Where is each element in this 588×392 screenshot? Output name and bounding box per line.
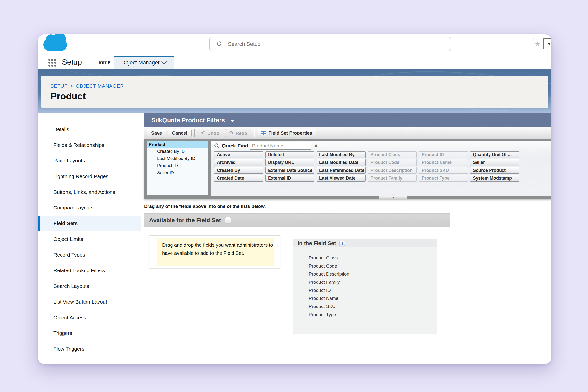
available-field-set-section: Available for the Field Set i Drag and d… bbox=[144, 214, 450, 343]
quick-find-bar: Quick Find ✖ bbox=[212, 141, 551, 150]
available-section-title: Available for the Field Set bbox=[149, 217, 221, 224]
available-section-header: Available for the Field Set i bbox=[144, 214, 450, 227]
field-chip[interactable]: Product SKU bbox=[419, 167, 468, 174]
field-set-name: SilkQuote Product Filters bbox=[152, 116, 225, 124]
breadcrumb: SETUP>OBJECT MANAGER bbox=[50, 83, 124, 89]
field-chip[interactable]: Quantity Unit Of ... bbox=[470, 152, 519, 158]
tree-children: Created By IDLast Modified By IDProduct … bbox=[147, 148, 208, 176]
tab-object-manager[interactable]: Object Manager bbox=[114, 56, 174, 69]
info-icon[interactable]: i bbox=[225, 217, 231, 223]
editor-toolbar: Save Cancel ↶Undo ↷Redo Field Set Proper… bbox=[144, 127, 551, 139]
in-field-set-item[interactable]: Product Description bbox=[309, 270, 437, 278]
sidebar-item[interactable]: Object Limits bbox=[38, 231, 141, 247]
field-chip[interactable]: Last Modified By bbox=[316, 152, 366, 158]
in-field-set-panel: In the Field Set i Product ClassProduct … bbox=[292, 239, 437, 334]
quick-find-input[interactable] bbox=[250, 142, 311, 150]
field-chip[interactable]: External ID bbox=[265, 175, 314, 182]
field-chip[interactable]: Last Modified Date bbox=[316, 159, 366, 166]
available-drop-zone[interactable]: Drag and drop the fields you want admini… bbox=[149, 236, 280, 268]
in-field-set-item[interactable]: Product ID bbox=[309, 286, 437, 294]
favorites-star-button[interactable]: ★ bbox=[533, 38, 542, 50]
collapse-arrow-icon: ▲ bbox=[392, 196, 394, 199]
tree-node[interactable]: Last Modified By ID bbox=[147, 155, 208, 162]
field-chip[interactable]: Product Class bbox=[368, 152, 417, 158]
sidebar-item[interactable]: Details bbox=[38, 122, 141, 137]
field-palette: Product Created By IDLast Modified By ID… bbox=[144, 139, 551, 199]
sidebar-item[interactable]: Buttons, Links, and Actions bbox=[38, 184, 141, 200]
app-window: ★ ▼ Setup Home Object Manager bbox=[38, 34, 551, 364]
field-chip[interactable]: System Modstamp bbox=[470, 175, 519, 182]
sidebar-item[interactable]: List View Button Layout bbox=[38, 294, 141, 310]
breadcrumb-setup-link[interactable]: SETUP bbox=[50, 83, 68, 89]
in-field-set-header: In the Field Set i bbox=[293, 239, 437, 248]
field-chip[interactable]: Source Product bbox=[470, 167, 519, 174]
field-chip[interactable]: Product Description bbox=[368, 167, 417, 174]
undo-icon: ↶ bbox=[201, 130, 206, 136]
field-chip[interactable]: Created By bbox=[214, 167, 263, 174]
global-header: ★ ▼ bbox=[38, 34, 551, 56]
breadcrumb-object-manager-link[interactable]: OBJECT MANAGER bbox=[76, 83, 124, 89]
properties-table-icon bbox=[261, 130, 266, 135]
object-sidebar: DetailsFields & RelationshipsPage Layout… bbox=[38, 113, 141, 364]
palette-column: ActiveArchivedCreated ByCreated Date bbox=[214, 152, 263, 183]
tree-node[interactable]: Created By ID bbox=[147, 148, 208, 155]
sidebar-item[interactable]: Field Sets bbox=[38, 216, 141, 231]
palette-column: Last Modified ByLast Modified DateLast R… bbox=[316, 152, 366, 183]
field-chip[interactable]: Deleted bbox=[265, 152, 314, 158]
field-chip[interactable]: Last Referenced Date bbox=[316, 167, 366, 174]
cancel-button[interactable]: Cancel bbox=[168, 129, 191, 137]
field-chip[interactable]: Product ID bbox=[419, 152, 468, 158]
sidebar-item[interactable]: Fields & Relationships bbox=[38, 137, 141, 153]
sidebar-item[interactable]: Page Layouts bbox=[38, 153, 141, 168]
tab-home[interactable]: Home bbox=[95, 56, 112, 69]
favorites-dropdown-button[interactable]: ▼ bbox=[544, 38, 551, 50]
app-launcher-icon[interactable] bbox=[48, 59, 56, 67]
field-chip[interactable]: Archived bbox=[214, 159, 263, 166]
field-chip[interactable]: External Data Source bbox=[265, 167, 314, 174]
sidebar-item[interactable]: Record Types bbox=[38, 247, 141, 263]
sidebar-item[interactable]: Flow Triggers bbox=[38, 341, 141, 357]
tree-node[interactable]: Product ID bbox=[147, 162, 208, 169]
field-set-title-bar[interactable]: SilkQuote Product Filters bbox=[144, 113, 551, 127]
field-chip[interactable]: Product Name bbox=[419, 159, 468, 166]
field-chip[interactable]: Product Code bbox=[368, 159, 417, 166]
palette-column: DeletedDisplay URLExternal Data SourceEx… bbox=[265, 152, 314, 183]
search-icon bbox=[216, 41, 223, 47]
field-chip[interactable]: Product Type bbox=[419, 175, 468, 182]
field-chip[interactable]: Created Date bbox=[214, 175, 263, 182]
tree-root-product[interactable]: Product bbox=[147, 141, 208, 148]
sidebar-item[interactable]: Compact Layouts bbox=[38, 200, 141, 216]
in-field-set-item[interactable]: Product Class bbox=[309, 254, 437, 262]
page-title: Product bbox=[50, 91, 86, 102]
in-field-set-item[interactable]: Product SKU bbox=[309, 302, 437, 310]
in-field-set-item[interactable]: Product Code bbox=[309, 262, 437, 270]
title-dropdown-icon bbox=[230, 120, 234, 122]
field-chip[interactable]: Active bbox=[214, 152, 263, 158]
main-region: DetailsFields & RelationshipsPage Layout… bbox=[38, 113, 551, 364]
save-button[interactable]: Save bbox=[147, 129, 166, 137]
search-setup-input[interactable] bbox=[228, 41, 450, 47]
sidebar-item[interactable]: Object Access bbox=[38, 310, 141, 325]
palette-column: Product IDProduct NameProduct SKUProduct… bbox=[419, 152, 468, 183]
sidebar-item[interactable]: Lightning Record Pages bbox=[38, 168, 141, 184]
in-field-set-item[interactable]: Product Type bbox=[309, 310, 437, 318]
undo-button[interactable]: ↶Undo bbox=[197, 129, 224, 137]
info-icon[interactable]: i bbox=[339, 240, 345, 246]
clear-search-icon[interactable]: ✖ bbox=[314, 143, 318, 149]
tree-node[interactable]: Seller ID bbox=[147, 169, 208, 176]
field-chip[interactable]: Product Family bbox=[368, 175, 417, 182]
magnifier-icon bbox=[214, 143, 220, 149]
sidebar-item[interactable]: Search Layouts bbox=[38, 278, 141, 294]
drag-drop-note: Drag and drop the fields you want admini… bbox=[156, 238, 274, 266]
sidebar-item[interactable]: Related Lookup Filters bbox=[38, 263, 141, 278]
sidebar-item[interactable]: Triggers bbox=[38, 325, 141, 341]
redo-button[interactable]: ↷Redo bbox=[225, 129, 251, 137]
field-chip[interactable]: Last Viewed Date bbox=[316, 175, 366, 182]
palette-columns: ActiveArchivedCreated ByCreated Date Del… bbox=[212, 150, 551, 183]
palette-collapse-handle[interactable]: ▲ bbox=[379, 196, 408, 199]
field-set-properties-button[interactable]: Field Set Properties bbox=[257, 129, 316, 137]
field-chip[interactable]: Seller bbox=[470, 159, 519, 166]
in-field-set-item[interactable]: Product Family bbox=[309, 278, 437, 286]
field-chip[interactable]: Display URL bbox=[265, 159, 314, 166]
in-field-set-item[interactable]: Product Name bbox=[309, 294, 437, 302]
